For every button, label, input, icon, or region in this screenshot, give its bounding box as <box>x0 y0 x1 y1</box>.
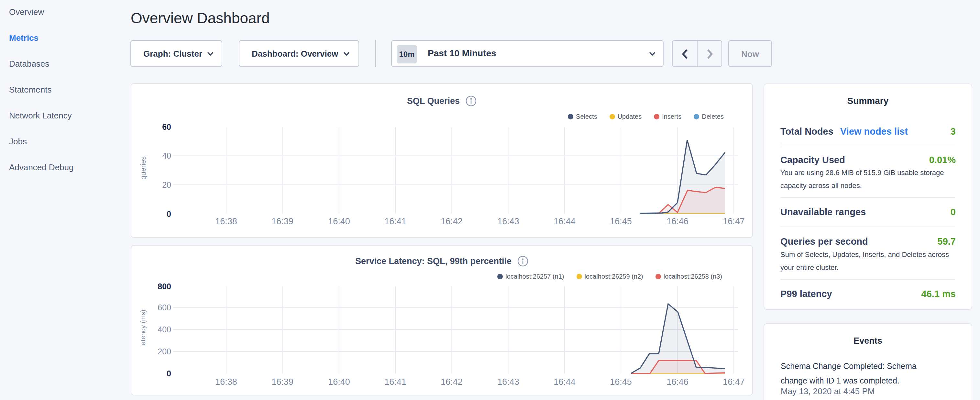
svg-text:latency (ms): latency (ms) <box>139 310 146 347</box>
svg-text:0: 0 <box>167 209 171 218</box>
svg-text:16:40: 16:40 <box>328 217 350 226</box>
svg-text:16:42: 16:42 <box>441 217 463 226</box>
svg-text:16:44: 16:44 <box>554 377 576 387</box>
svg-text:16:42: 16:42 <box>441 377 463 387</box>
svg-text:16:46: 16:46 <box>667 377 689 387</box>
svg-text:16:44: 16:44 <box>554 217 576 226</box>
svg-text:16:38: 16:38 <box>215 217 237 226</box>
svg-text:16:39: 16:39 <box>272 377 293 387</box>
svg-text:16:41: 16:41 <box>384 217 406 226</box>
svg-text:16:47: 16:47 <box>723 217 745 226</box>
svg-text:40: 40 <box>162 151 171 160</box>
svg-text:16:45: 16:45 <box>610 217 632 226</box>
svg-text:16:43: 16:43 <box>497 377 519 387</box>
svg-text:800: 800 <box>158 282 171 291</box>
svg-text:400: 400 <box>158 325 171 334</box>
svg-text:16:38: 16:38 <box>215 377 237 387</box>
svg-text:16:45: 16:45 <box>610 377 632 387</box>
svg-text:16:46: 16:46 <box>667 217 689 226</box>
svg-text:16:43: 16:43 <box>497 217 519 226</box>
svg-text:16:47: 16:47 <box>723 377 745 387</box>
svg-text:queries: queries <box>139 156 147 180</box>
svg-text:0: 0 <box>167 369 171 378</box>
svg-text:200: 200 <box>158 347 171 356</box>
svg-text:20: 20 <box>162 180 171 189</box>
svg-text:16:40: 16:40 <box>328 377 350 387</box>
svg-text:600: 600 <box>158 303 171 312</box>
svg-text:16:41: 16:41 <box>384 377 406 387</box>
svg-text:16:39: 16:39 <box>272 217 293 226</box>
svg-text:60: 60 <box>162 122 171 131</box>
